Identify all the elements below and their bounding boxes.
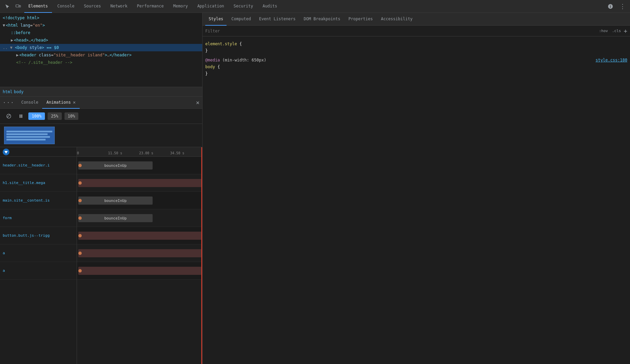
tab-console-bottom[interactable]: Console: [17, 97, 43, 109]
label-form[interactable]: form: [0, 209, 77, 227]
main-layout: <!doctype html> ▼<html lang="en"> ::befo…: [0, 13, 630, 364]
feedback-icon[interactable]: [606, 2, 615, 11]
animations-tab-close[interactable]: ×: [73, 100, 76, 105]
label-a2[interactable]: a: [0, 262, 77, 280]
styles-tabs: Styles Computed Event Listeners DOM Brea…: [203, 13, 630, 26]
anim-controls: 100% 25% 10%: [0, 109, 202, 124]
bottom-panel: ··· Console Animations × ×: [0, 97, 202, 364]
svg-rect-1: [19, 5, 21, 7]
animation-preview: [4, 127, 55, 144]
tab-computed[interactable]: Computed: [228, 13, 254, 26]
svg-rect-0: [16, 5, 19, 7]
dom-viewer[interactable]: <!doctype html> ▼<html lang="en"> ::befo…: [0, 13, 202, 87]
anim-dot: [78, 164, 82, 167]
timeline-row-a1[interactable]: hue: [77, 244, 202, 262]
label-h1[interactable]: h1.site__title.mega: [0, 174, 77, 192]
bottom-tabs: ··· Console Animations × ×: [0, 97, 202, 109]
cursor-icon[interactable]: [3, 2, 12, 11]
tab-memory[interactable]: Memory: [169, 0, 192, 13]
timeline-row-header[interactable]: bounceInUp: [77, 157, 202, 174]
label-header[interactable]: header.site__header.i: [0, 157, 77, 174]
speed-25-btn[interactable]: 25%: [48, 112, 62, 120]
anim-bar-bounce3[interactable]: bounceInUp: [78, 214, 153, 222]
tab-styles[interactable]: Styles: [205, 13, 227, 26]
tab-event-listeners[interactable]: Event Listeners: [256, 13, 299, 26]
breadcrumb-html[interactable]: html: [3, 89, 12, 94]
red-edge-bar: [201, 147, 202, 364]
css-link-style[interactable]: style.css:180: [596, 57, 627, 63]
preview-area: [0, 124, 202, 147]
tab-audits[interactable]: Audits: [259, 0, 281, 13]
filter-input[interactable]: [205, 29, 595, 33]
tab-accessibility[interactable]: Accessibility: [377, 13, 416, 26]
anim-dot: [78, 234, 82, 237]
tab-application[interactable]: Application: [193, 0, 228, 13]
playhead-button[interactable]: [3, 149, 9, 155]
label-a1[interactable]: a: [0, 244, 77, 262]
ruler-tick-0: 0: [77, 151, 79, 155]
tab-properties[interactable]: Properties: [345, 13, 376, 26]
ruler-tick-1: 11.50 s: [108, 151, 122, 155]
filter-bar: :hov .cls +: [203, 26, 630, 36]
tab-performance[interactable]: Performance: [133, 0, 168, 13]
tab-security[interactable]: Security: [230, 0, 257, 13]
tab-elements[interactable]: Elements: [24, 0, 52, 13]
svg-rect-4: [20, 114, 21, 118]
timeline-row-h1[interactable]: hue: [77, 174, 202, 192]
breadcrumb: html body: [0, 87, 202, 97]
speed-100-btn[interactable]: 100%: [28, 112, 45, 120]
ruler-tick-2: 23.00 s: [139, 151, 153, 155]
speed-10-btn[interactable]: 10%: [64, 112, 79, 120]
dom-line: ▶<head>…</head>: [0, 36, 202, 44]
hov-button[interactable]: :hov: [598, 28, 609, 34]
timeline-container[interactable]: header.site__header.i h1.site__title.meg…: [0, 147, 202, 364]
dom-line: <!-- /.site__header -->: [0, 59, 202, 66]
timeline-row-button[interactable]: hue: [77, 227, 202, 244]
tab-network[interactable]: Network: [106, 0, 132, 13]
bottom-panel-close[interactable]: ×: [196, 99, 200, 106]
bottom-tabs-more[interactable]: ···: [3, 99, 15, 106]
css-media-block: @media (min-width: 650px) style.css:180 …: [203, 55, 630, 78]
label-main[interactable]: main.site__content.is: [0, 192, 77, 209]
dom-line: ::before: [0, 29, 202, 36]
right-panel: Styles Computed Event Listeners DOM Brea…: [203, 13, 630, 364]
breadcrumb-body[interactable]: body: [14, 89, 24, 94]
left-panel: <!doctype html> ▼<html lang="en"> ::befo…: [0, 13, 203, 364]
anim-dot: [78, 216, 82, 220]
timeline-content[interactable]: 0 11.50 s 23.00 s 34.50 s 46.00 s 57.50 …: [77, 147, 202, 364]
anim-dot: [78, 269, 82, 272]
tab-console[interactable]: Console: [53, 0, 79, 13]
timeline-row-main[interactable]: bounceInUp: [77, 192, 202, 209]
anim-bar-bounce2[interactable]: bounceInUp: [78, 197, 153, 205]
dom-line-body[interactable]: .. ▼ <body style> == $0: [0, 44, 202, 51]
timeline-ruler: 0 11.50 s 23.00 s 34.50 s 46.00 s 57.50 …: [77, 147, 202, 157]
device-icon[interactable]: [14, 2, 23, 11]
svg-rect-5: [21, 114, 22, 118]
css-element-style: element.style { }: [203, 39, 630, 55]
dom-line: <!doctype html>: [0, 14, 202, 22]
timeline-row-form[interactable]: bounceInUp: [77, 209, 202, 227]
tab-animations[interactable]: Animations ×: [42, 97, 80, 109]
timeline-row-a2[interactable]: hue: [77, 262, 202, 280]
tab-dom-breakpoints[interactable]: DOM Breakpoints: [300, 13, 344, 26]
anim-bar-hue3[interactable]: hue: [78, 249, 202, 257]
add-style-rule-btn[interactable]: +: [624, 28, 627, 34]
anim-bar-bounce1[interactable]: bounceInUp: [78, 161, 153, 170]
anim-pause-btn[interactable]: [16, 111, 26, 121]
more-menu-icon[interactable]: ⋮: [618, 2, 627, 11]
anim-dot: [78, 181, 82, 185]
anim-stop-btn[interactable]: [4, 111, 14, 121]
dom-line: ▶<header class="site__header island">…</…: [0, 51, 202, 59]
ruler-tick-3: 34.50 s: [170, 151, 184, 155]
tab-sources[interactable]: Sources: [80, 0, 105, 13]
timeline-rows: bounceInUp hue bounceInUp: [77, 157, 202, 280]
cls-button[interactable]: .cls: [611, 28, 623, 34]
anim-bar-hue2[interactable]: hue: [78, 232, 202, 240]
svg-line-3: [7, 114, 10, 118]
dom-line: ▼<html lang="en">: [0, 22, 202, 29]
timeline-labels: header.site__header.i h1.site__title.meg…: [0, 147, 77, 364]
label-button[interactable]: button.butt.js--trigg: [0, 227, 77, 244]
anim-dot: [78, 199, 82, 202]
anim-bar-hue1[interactable]: hue: [78, 179, 202, 187]
anim-bar-hue4[interactable]: hue: [78, 267, 202, 275]
